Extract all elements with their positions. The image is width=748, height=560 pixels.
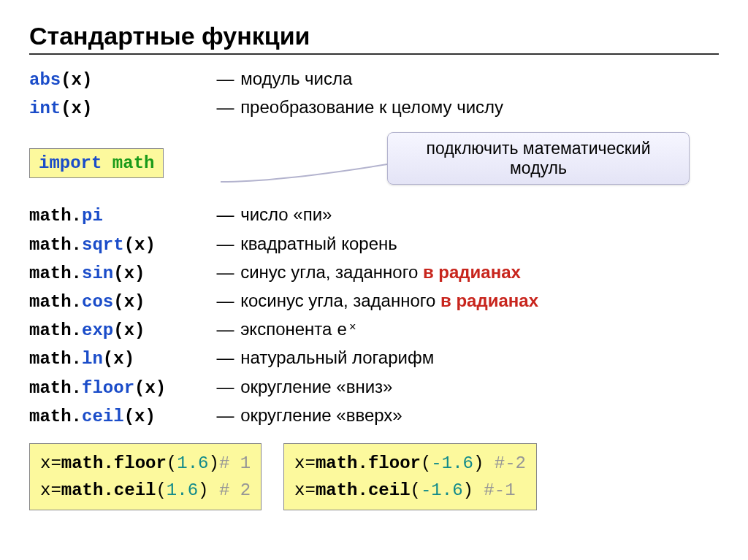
func-desc: число «пи» <box>240 204 332 224</box>
func-name: cos <box>82 292 113 312</box>
func-row: math.pi — число «пи» <box>29 201 719 229</box>
number-literal: 1.6 <box>167 480 198 500</box>
func-args: (x) <box>103 349 134 369</box>
dash: — <box>216 262 234 282</box>
func-name: abs <box>29 70 61 90</box>
var: x <box>40 453 50 473</box>
code-line: x=math.floor(1.6)# 1 <box>40 450 251 477</box>
func-args: (x) <box>124 235 156 255</box>
func-args: (x) <box>113 292 145 312</box>
func-desc: косинус угла, заданного <box>240 291 440 310</box>
func-desc-highlight: в радианах <box>423 262 521 282</box>
number-literal: 1.6 <box>177 453 208 473</box>
dash: — <box>216 97 234 117</box>
call: math.floor <box>316 453 421 473</box>
horizontal-rule <box>29 53 719 55</box>
paren: ( <box>156 480 166 500</box>
func-desc: натуральный логарифм <box>240 348 434 367</box>
import-module: math <box>112 153 155 173</box>
comment: # 1 <box>219 453 251 473</box>
func-args: (x) <box>113 264 145 283</box>
dash: — <box>216 319 234 339</box>
func-name: exp <box>82 321 113 340</box>
module-prefix: math. <box>29 407 82 426</box>
var: x <box>294 453 305 473</box>
call: math.ceil <box>61 480 156 500</box>
func-name: sqrt <box>82 235 124 255</box>
var: x <box>294 480 305 500</box>
code-line: x=math.ceil(1.6) # 2 <box>40 477 251 504</box>
func-row: math.exp(x) — экспонента eˣ <box>29 315 719 344</box>
dash: — <box>216 348 234 367</box>
func-desc: модуль числа <box>240 69 352 88</box>
module-prefix: math. <box>29 349 82 369</box>
example-box-positive: x=math.floor(1.6)# 1 x=math.ceil(1.6) # … <box>29 443 262 510</box>
page-title: Стандартные функции <box>29 22 719 50</box>
import-statement: import math <box>29 148 164 178</box>
paren: ) <box>198 480 208 500</box>
func-desc-mono: eˣ <box>337 321 358 340</box>
dash: — <box>216 69 234 88</box>
func-name: floor <box>82 378 134 398</box>
space <box>484 453 494 473</box>
func-row: math.floor(x) — округление «вниз» <box>29 373 719 402</box>
dash: — <box>216 204 234 224</box>
func-row: math.ceil(x) — округление «вверх» <box>29 402 719 430</box>
func-args: (x) <box>124 407 156 426</box>
dash: — <box>216 377 234 396</box>
func-row: math.ln(x) — натуральный логарифм <box>29 344 719 372</box>
number-literal: -1.6 <box>421 480 463 500</box>
func-name: ln <box>82 349 103 369</box>
module-prefix: math. <box>29 235 82 255</box>
func-args: (x) <box>113 321 145 340</box>
func-name: ceil <box>82 407 124 426</box>
import-section: import math подключить математический мо… <box>29 135 719 188</box>
space <box>208 480 218 500</box>
dash: — <box>216 234 234 253</box>
func-desc-highlight: в радианах <box>440 291 538 310</box>
call: math.ceil <box>316 480 411 500</box>
callout-connector <box>221 161 387 183</box>
func-desc: квадратный корень <box>240 234 397 253</box>
func-name: pi <box>82 206 103 226</box>
func-row: int(x) — преобразование к целому числу <box>29 93 719 122</box>
func-row: math.cos(x) — косинус угла, заданного в … <box>29 287 719 315</box>
dash: — <box>216 291 234 310</box>
math-functions-list: math.pi — число «пи» math.sqrt(x) — квад… <box>29 201 719 430</box>
func-name: sin <box>82 264 113 283</box>
func-desc: округление «вверх» <box>240 405 402 425</box>
example-box-negative: x=math.floor(-1.6) #-2 x=math.ceil(-1.6)… <box>283 443 537 510</box>
func-args: (x) <box>134 378 166 398</box>
paren: ( <box>411 480 421 500</box>
paren: ) <box>208 453 218 473</box>
module-prefix: math. <box>29 292 82 312</box>
dash: — <box>216 405 234 425</box>
comment: #-2 <box>495 453 526 473</box>
func-row: math.sqrt(x) — квадратный корень <box>29 230 719 258</box>
func-args: (x) <box>61 99 92 118</box>
func-desc: округление «вниз» <box>240 377 392 396</box>
example-boxes: x=math.floor(1.6)# 1 x=math.ceil(1.6) # … <box>29 443 719 510</box>
callout-bubble: подключить математический модуль <box>387 132 690 185</box>
func-row: math.sin(x) — синус угла, заданного в ра… <box>29 258 719 287</box>
import-keyword: import <box>39 153 102 173</box>
number-literal: -1.6 <box>431 453 473 473</box>
func-desc: экспонента <box>240 319 337 339</box>
code-line: x=math.floor(-1.6) #-2 <box>294 450 526 477</box>
builtin-functions-list: abs(x) — модуль числа int(x) — преобразо… <box>29 65 719 122</box>
func-args: (x) <box>61 70 92 90</box>
func-desc: синус угла, заданного <box>240 262 423 282</box>
func-row: abs(x) — модуль числа <box>29 65 719 93</box>
eq: = <box>305 480 316 500</box>
func-desc: преобразование к целому числу <box>240 97 503 117</box>
paren: ) <box>463 480 473 500</box>
comment: # 2 <box>219 480 251 500</box>
eq: = <box>305 453 316 473</box>
module-prefix: math. <box>29 321 82 340</box>
eq: = <box>50 453 61 473</box>
comment: #-1 <box>484 480 515 500</box>
eq: = <box>50 480 61 500</box>
func-name: int <box>29 99 61 118</box>
paren: ( <box>167 453 177 473</box>
code-line: x=math.ceil(-1.6) #-1 <box>294 477 526 504</box>
